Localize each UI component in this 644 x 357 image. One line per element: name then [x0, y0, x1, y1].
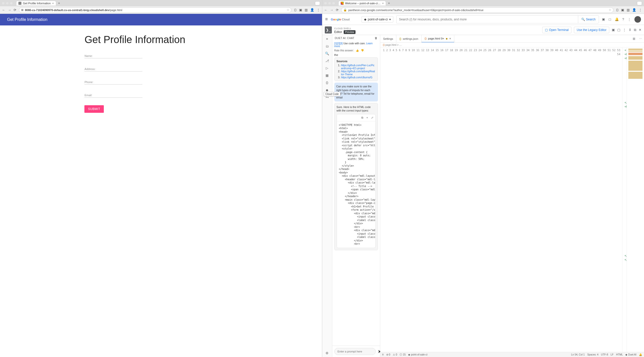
display-icon[interactable]: ▢ — [617, 28, 620, 32]
trash-icon[interactable]: 🗑 — [375, 37, 377, 40]
search-button[interactable]: 🔍Search — [578, 16, 599, 23]
status-encoding[interactable]: UTF-8 — [601, 353, 608, 356]
cloudshell-icon[interactable]: ◻ — [608, 17, 611, 21]
panel-icon[interactable]: ▥ — [305, 8, 308, 12]
new-tab-button[interactable]: + — [57, 1, 62, 5]
close-icon[interactable]: × — [382, 2, 384, 5]
debug-icon[interactable]: ▷ — [326, 66, 328, 70]
close-icon[interactable]: × — [52, 2, 54, 5]
expand-icon[interactable]: ⤢ — [371, 116, 373, 120]
status-pos[interactable]: Ln 54, Col 1 — [571, 353, 585, 356]
thumbs-up-icon[interactable]: 👍 — [356, 49, 359, 52]
avatar[interactable] — [634, 16, 641, 23]
reload-icon[interactable]: ⟳ — [336, 8, 339, 12]
back-icon[interactable]: ← — [2, 8, 5, 12]
remote-icon[interactable]: ⎘ — [382, 353, 384, 356]
profile-icon[interactable]: 👤 — [310, 8, 314, 12]
close-icon[interactable]: ✕ — [639, 28, 641, 32]
status-duet[interactable]: ◆ Duet AI — [625, 353, 636, 356]
status-bell-icon[interactable]: 🔔 — [639, 353, 642, 356]
open-terminal-button[interactable]: ▢Open Terminal — [542, 27, 571, 33]
minimap[interactable] — [627, 48, 644, 352]
new-tab-button[interactable]: + — [387, 1, 392, 5]
tab-settings[interactable]: Settings — [380, 35, 397, 42]
source-link[interactable]: https://github.com/aldveq/Realtor-Theme — [341, 70, 375, 76]
traffic-close[interactable] — [2, 2, 5, 5]
insert-icon[interactable]: + — [366, 116, 368, 120]
git-icon[interactable]: ⎇ — [325, 59, 329, 63]
search-icon[interactable]: 🔍 — [325, 52, 329, 55]
star-icon[interactable]: ☆ — [609, 8, 611, 12]
source-link[interactable]: https://github.com/Pier-LucPicard/comp-4… — [341, 64, 375, 70]
search-input[interactable] — [397, 18, 578, 21]
files-icon[interactable]: 🗂 — [326, 44, 329, 48]
breadcrumb[interactable]: ⟨⟩ page.html > … — [380, 43, 644, 48]
source-link[interactable]: https://github.com/clburns/G — [341, 76, 373, 79]
forward-icon[interactable]: → — [330, 8, 333, 12]
project-selector[interactable]: ◆ point-of-sale-ci ▾ — [362, 16, 393, 23]
collapse-icon[interactable]: ⇕ — [629, 28, 631, 32]
menu-icon[interactable]: ≡ — [326, 37, 328, 41]
extensions-icon[interactable]: ▣ — [299, 8, 302, 12]
status-lang[interactable]: HTML — [616, 353, 623, 356]
window-dropdown[interactable] — [637, 1, 642, 5]
gcloud-search[interactable]: 🔍Search — [396, 15, 599, 23]
api-icon[interactable]: ◆ — [326, 88, 328, 92]
more-icon[interactable]: ⋯ — [637, 37, 644, 40]
tab-settings-json[interactable]: {}settings.json — [396, 35, 422, 42]
browser-tab[interactable]: Get Profile Information × — [16, 1, 56, 6]
browser-tab[interactable]: Welcome – point-of-sale-ci… × — [338, 1, 386, 6]
kebab-icon[interactable]: ⋮ — [317, 8, 320, 12]
legacy-editor-button[interactable]: Use the Legacy Editor — [574, 27, 609, 33]
submit-button[interactable]: SUBMIT — [84, 105, 104, 113]
profile-icon[interactable]: 👤 — [632, 8, 636, 12]
status-info[interactable]: ⓘ 15 — [400, 353, 406, 356]
status-spaces[interactable]: Spaces: 4 — [587, 353, 598, 356]
traffic-max[interactable] — [332, 2, 335, 5]
traffic-min[interactable] — [6, 2, 9, 5]
dev-icon[interactable]: ⟨⟩ — [616, 8, 619, 12]
site-info-icon[interactable]: ⊞ — [21, 8, 23, 12]
copy-icon[interactable]: ⧉ — [361, 116, 363, 120]
address-bar[interactable]: 🔒 pantheon.corp.google.com/welcome?autho… — [341, 7, 614, 13]
cloudshell-icon[interactable]: ❯_ — [325, 26, 332, 33]
status-warnings[interactable]: ⚠ 0 — [393, 353, 397, 356]
gear-icon[interactable]: ⚙ — [326, 351, 329, 355]
name-field[interactable]: Name: — [84, 53, 142, 58]
close-icon[interactable]: × — [449, 37, 451, 40]
traffic-close[interactable] — [324, 2, 327, 5]
window-dropdown[interactable] — [315, 1, 320, 5]
star-icon[interactable]: ☆ — [287, 8, 289, 12]
code-area[interactable]: <!DOCTYPE html> <html> <head> <title>Get… — [623, 48, 627, 352]
traffic-max[interactable] — [10, 2, 13, 5]
help-icon[interactable]: ? — [622, 17, 624, 21]
status-eol[interactable]: LF — [611, 353, 614, 356]
prompt-input[interactable] — [334, 348, 376, 355]
phone-field[interactable]: Phone: — [84, 79, 142, 85]
reload-icon[interactable]: ⟳ — [14, 8, 16, 12]
forward-icon[interactable]: → — [8, 8, 11, 12]
more-icon[interactable]: ⋮ — [628, 17, 631, 21]
kebab-icon[interactable]: ⋮ — [639, 8, 642, 12]
address-bar[interactable]: ⊞ 8080-cs-71024090970-default.cs-us-cent… — [19, 7, 292, 13]
panel-icon[interactable]: ▥ — [627, 8, 630, 12]
tab-page-html[interactable]: ⟨⟩page.html 9+●× — [422, 35, 454, 42]
traffic-min[interactable] — [328, 2, 331, 5]
cloud-code-icon[interactable]: ⟨⟩ — [326, 81, 328, 85]
email-field[interactable]: Email: — [84, 92, 142, 98]
popout-icon[interactable]: ⧉ — [634, 28, 636, 32]
split-icon[interactable]: ▥ — [631, 37, 637, 40]
thumbs-down-icon[interactable]: 👎 — [361, 49, 364, 52]
console-icon[interactable]: ▣ — [602, 17, 605, 21]
back-icon[interactable]: ← — [324, 8, 328, 12]
device-icon[interactable]: ▣ — [612, 28, 615, 32]
status-errors[interactable]: ⊘ 0 — [386, 353, 390, 356]
lock-icon[interactable]: 🔒 — [343, 8, 347, 12]
status-project[interactable]: ◆ point-of-sale-ci — [408, 353, 427, 356]
extensions-icon[interactable]: ▣ — [621, 8, 624, 12]
menu-icon[interactable]: ≡ — [325, 17, 328, 22]
notifications-icon[interactable]: 🔔 — [615, 17, 619, 21]
extensions-icon[interactable]: ▦ — [326, 74, 329, 77]
more-icon[interactable]: ⋮ — [623, 28, 626, 32]
address-field[interactable]: Address: — [84, 66, 142, 72]
